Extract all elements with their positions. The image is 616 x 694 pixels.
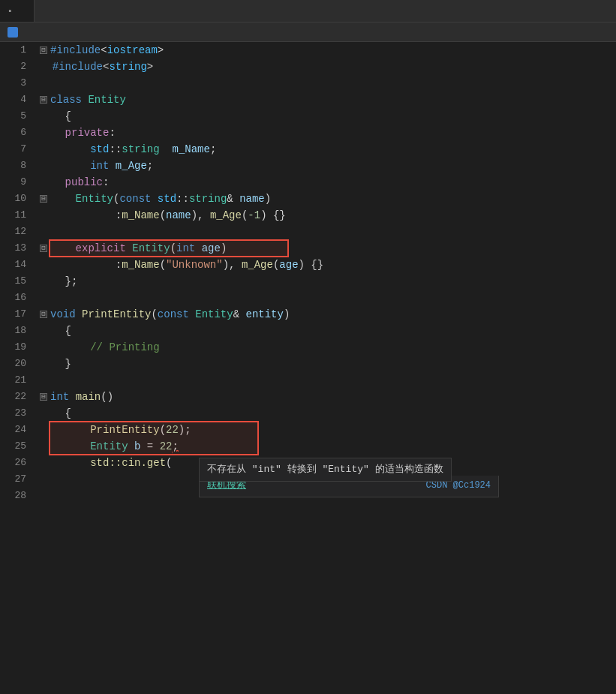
token-ns: std <box>158 191 176 207</box>
token-sp <box>160 141 173 158</box>
token-punc: ( <box>160 207 166 224</box>
token-punc: } <box>65 356 71 372</box>
token-indent <box>40 455 90 471</box>
token-type: Entity <box>76 191 113 207</box>
token-punc: ) <box>284 306 290 323</box>
token-sp <box>236 257 242 273</box>
collapse-button[interactable]: ⊟ <box>40 47 47 54</box>
line-number: 18 <box>0 323 26 339</box>
line-number: 9 <box>0 174 26 191</box>
token-fn: m_Name <box>122 207 159 224</box>
file-header <box>0 23 616 42</box>
token-punc: : <box>109 125 115 141</box>
token-indent <box>50 240 76 257</box>
token-type: Entity <box>90 438 128 455</box>
line-number: 25 <box>0 438 26 455</box>
token-sp <box>189 306 195 323</box>
token-type: string <box>122 141 159 158</box>
token-str: "Unknown" <box>166 257 223 273</box>
token-punc: ( <box>166 455 172 471</box>
token-sp <box>203 207 209 224</box>
line-number: 23 <box>0 405 26 422</box>
code-line: PrintEntity(22); <box>40 422 616 438</box>
token-punc: ), <box>223 257 236 273</box>
code-line: ⊟void PrintEntity(const Entity& entity) <box>40 306 616 323</box>
token-kw: #include <box>53 59 103 75</box>
token-kw: int <box>90 158 109 174</box>
token-sp <box>140 438 146 455</box>
code-content[interactable]: ⊟#include<iostream> #include<string> ⊟cl… <box>34 42 616 694</box>
token-fn: main <box>76 389 101 405</box>
token-indent <box>50 191 76 207</box>
tab-bar: ▪ <box>0 0 616 23</box>
token-sp <box>69 389 75 405</box>
line-number: 1 <box>0 42 26 59</box>
token-fn: m_Age <box>242 257 273 273</box>
code-line: ⊟class Entity <box>40 92 616 108</box>
line-number: 28 <box>0 488 26 504</box>
tab-main-cpp[interactable]: ▪ <box>0 0 35 22</box>
token-indent <box>40 438 90 455</box>
token-punc: : <box>116 257 122 273</box>
collapse-button[interactable]: ⊟ <box>40 96 47 104</box>
code-line: #include<string> <box>40 59 616 75</box>
token-sp <box>82 92 88 108</box>
collapse-button[interactable]: ⊟ <box>40 245 47 252</box>
token-sp <box>151 191 157 207</box>
token-punc: { <box>65 323 71 339</box>
token-punc: ( <box>160 422 166 438</box>
token-type: Entity <box>88 92 125 108</box>
token-indent <box>40 158 90 174</box>
token-indent <box>40 207 116 224</box>
token-ns: std <box>90 141 109 158</box>
token-punc: : <box>103 174 109 191</box>
line-number: 16 <box>0 290 26 306</box>
token-punc: ( <box>242 207 248 224</box>
editor-area: 1234567891011121314151617181920212223242… <box>0 42 616 694</box>
code-line <box>40 372 616 389</box>
collapse-button[interactable]: ⊟ <box>40 393 47 401</box>
token-param: b <box>134 438 140 455</box>
error-tooltip: 不存在从 "int" 转换到 "Entity" 的适当构造函数 <box>199 458 452 482</box>
line-number: 10 <box>0 191 26 207</box>
token-kw: int <box>50 389 69 405</box>
collapse-button[interactable]: ⊟ <box>40 195 47 203</box>
token-indent <box>40 174 65 191</box>
code-line: int m_Age; <box>40 158 616 174</box>
code-line: std::string m_Name; <box>40 141 616 158</box>
token-num: 22 <box>166 422 179 438</box>
token-indent <box>40 323 65 339</box>
token-punc: : <box>116 207 122 224</box>
token-indent <box>40 339 90 356</box>
project-breadcrumb <box>8 27 608 38</box>
code-line <box>40 290 616 306</box>
token-punc: & <box>233 306 239 323</box>
line-number: 21 <box>0 372 26 389</box>
token-punc: () <box>101 389 113 405</box>
token-ns: string <box>109 59 146 75</box>
token-sp <box>126 240 132 257</box>
code-line: :m_Name("Unknown"), m_Age(age) {} <box>40 257 616 273</box>
token-indent <box>40 356 65 372</box>
token-sp <box>195 240 201 257</box>
code-line: } <box>40 356 616 372</box>
line-number: 15 <box>0 273 26 290</box>
token-param: m_Age <box>116 158 147 174</box>
token-type: Entity <box>132 240 170 257</box>
token-param: entity <box>246 306 284 323</box>
token-fn: PrintEntity <box>82 306 151 323</box>
token-indent <box>40 108 65 125</box>
token-punc: ; <box>172 438 178 455</box>
token-punc: < <box>101 42 107 59</box>
token-punc: ; <box>210 141 216 158</box>
token-param: name <box>166 207 191 224</box>
token-sp <box>153 438 159 455</box>
token-punc: }; <box>65 273 78 290</box>
token-ns: iostream <box>107 42 158 59</box>
token-punc: ( <box>151 306 157 323</box>
line-number: 7 <box>0 141 26 158</box>
code-line: ⊟ Entity(const std::string& name) <box>40 191 616 207</box>
collapse-button[interactable]: ⊟ <box>40 311 47 318</box>
token-punc: < <box>103 59 109 75</box>
token-kw2: private <box>65 125 110 141</box>
